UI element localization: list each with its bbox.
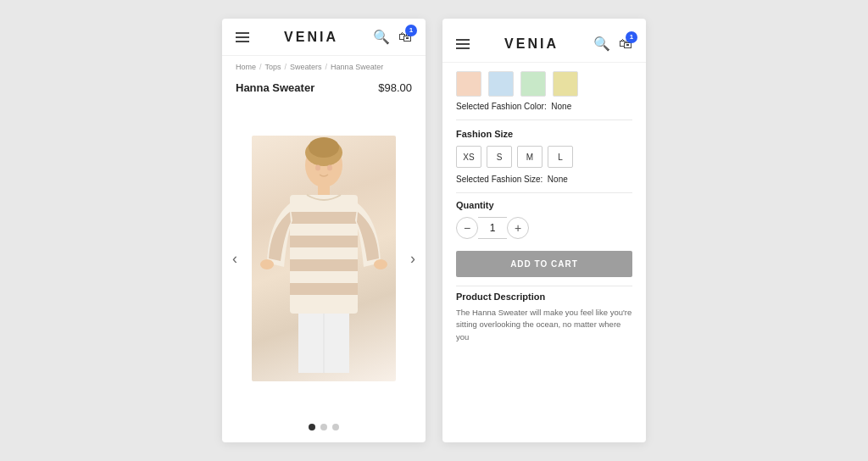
fashion-size-title: Fashion Size <box>442 120 646 146</box>
quantity-section: Quantity − 1 + <box>442 193 646 246</box>
breadcrumb: Home / Tops / Sweaters / Hanna Sweater <box>222 56 426 78</box>
svg-rect-8 <box>290 283 358 295</box>
size-xs[interactable]: XS <box>456 146 481 168</box>
carousel-dot-3[interactable] <box>332 424 339 430</box>
quantity-controls: − 1 + <box>456 217 632 239</box>
cart-badge: 1 <box>405 25 417 36</box>
svg-rect-7 <box>290 259 358 271</box>
svg-point-13 <box>315 164 320 170</box>
right-cart-badge: 1 <box>626 31 637 43</box>
right-hamburger-menu[interactable] <box>456 39 470 49</box>
svg-point-2 <box>309 137 339 158</box>
color-swatch-peach[interactable] <box>456 71 481 97</box>
svg-rect-5 <box>290 212 358 224</box>
right-cart-icon[interactable]: 🛍 1 <box>619 36 632 52</box>
right-nav-bar: VENIA 🔍 🛍 1 <box>442 25 646 63</box>
add-to-cart-button[interactable]: ADD TO CART <box>456 251 632 277</box>
svg-point-12 <box>374 259 387 269</box>
breadcrumb-tops[interactable]: Tops <box>265 63 281 71</box>
quantity-value: 1 <box>478 217 507 239</box>
search-icon[interactable]: 🔍 <box>373 29 390 45</box>
quantity-decrease-button[interactable]: − <box>456 217 478 239</box>
svg-point-11 <box>260 259 274 269</box>
right-search-icon[interactable]: 🔍 <box>593 36 610 52</box>
selected-color-value: None <box>551 102 571 111</box>
breadcrumb-home[interactable]: Home <box>236 63 256 71</box>
left-nav-bar: VENIA 🔍 🛍 1 <box>222 19 426 56</box>
selected-size-label: Selected Fashion Size: None <box>442 175 646 192</box>
product-price: $98.00 <box>378 81 412 94</box>
hamburger-menu[interactable] <box>236 32 249 42</box>
size-m[interactable]: M <box>517 146 542 168</box>
product-header: Hanna Sweater $98.00 <box>222 78 426 101</box>
carousel-prev-button[interactable]: ‹ <box>225 246 244 270</box>
color-swatch-blue[interactable] <box>488 71 514 97</box>
right-nav-icons: 🔍 🛍 1 <box>593 36 632 52</box>
product-image-container: ‹ <box>222 101 426 415</box>
left-logo: VENIA <box>284 30 338 45</box>
cart-icon[interactable]: 🛍 1 <box>398 30 412 45</box>
selected-color-label: Selected Fashion Color: None <box>442 102 646 119</box>
left-nav-icons: 🔍 🛍 1 <box>373 29 412 45</box>
quantity-label: Quantity <box>456 200 632 210</box>
carousel-dot-2[interactable] <box>320 424 327 430</box>
product-desc-title: Product Description <box>442 286 646 307</box>
svg-point-14 <box>327 164 332 170</box>
breadcrumb-current: Hanna Sweater <box>331 63 383 71</box>
quantity-increase-button[interactable]: + <box>507 217 529 239</box>
product-image <box>252 136 396 381</box>
color-swatch-green[interactable] <box>520 71 546 97</box>
product-title: Hanna Sweater <box>236 81 314 94</box>
size-l[interactable]: L <box>548 146 573 168</box>
svg-rect-6 <box>290 236 358 247</box>
color-swatch-yellow[interactable] <box>553 71 578 97</box>
product-desc-text: The Hanna Sweater will make you feel lik… <box>442 307 646 343</box>
color-swatches <box>442 63 646 102</box>
size-options: XS S M L <box>442 146 646 175</box>
right-phone-card: VENIA 🔍 🛍 1 Selected Fashion Color: None… <box>442 19 646 442</box>
left-phone-card: VENIA 🔍 🛍 1 Home / Tops / Sweaters / Han… <box>222 19 426 442</box>
breadcrumb-sweaters[interactable]: Sweaters <box>290 63 322 71</box>
selected-size-value: None <box>548 175 568 184</box>
carousel-dots <box>222 415 426 442</box>
carousel-dot-1[interactable] <box>309 424 315 430</box>
right-logo: VENIA <box>504 36 559 52</box>
size-s[interactable]: S <box>487 146 512 168</box>
carousel-next-button[interactable]: › <box>403 246 422 270</box>
